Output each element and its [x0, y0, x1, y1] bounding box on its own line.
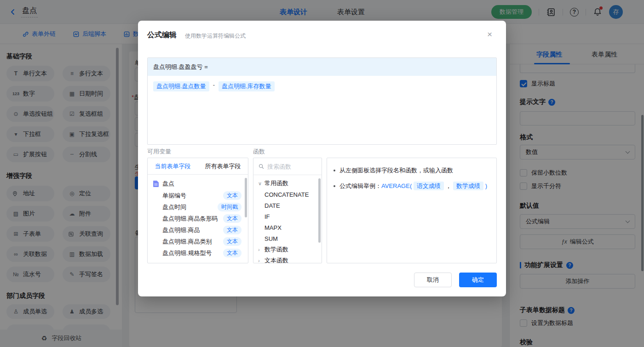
function-search[interactable]: [253, 158, 322, 175]
variable-row[interactable]: 盘点明细.商品文本: [148, 224, 248, 236]
type-badge: 文本: [223, 214, 242, 223]
search-icon: [258, 163, 264, 170]
tab-current-form-fields[interactable]: 当前表单字段: [148, 162, 198, 171]
variable-row[interactable]: 单据编号文本: [148, 190, 248, 201]
variable-row[interactable]: 盘点明细.规格型号文本: [148, 247, 248, 259]
hint-1-text: 从左侧面板选择字段名和函数，或输入函数: [339, 165, 453, 176]
formula-operator: -: [213, 81, 215, 88]
caret-right-icon: ›: [258, 247, 264, 252]
formula-hints-panel: 从左侧面板选择字段名和函数，或输入函数 公式编辑举例：AVERAGE( 语文成绩…: [327, 158, 497, 263]
function-item[interactable]: DATE: [253, 200, 322, 211]
function-group-text[interactable]: ›文本函数: [253, 255, 322, 263]
type-badge: 文本: [223, 249, 242, 257]
example-chip: 语文成绩: [414, 182, 444, 190]
tree-root-label: 盘点: [162, 180, 174, 188]
function-item[interactable]: SUM: [253, 233, 322, 244]
variables-section-label: 可用变量: [147, 148, 171, 156]
function-item[interactable]: MAPX: [253, 222, 322, 233]
formula-expression[interactable]: 盘点明细.盘点数量 - 盘点明细.库存数量: [148, 76, 496, 97]
caret-right-icon: ›: [258, 258, 264, 263]
formula-target: 盘点明细.盘盈盘亏 =: [153, 63, 208, 71]
confirm-button[interactable]: 确定: [459, 273, 497, 287]
function-group-common[interactable]: ∨常用函数: [253, 178, 322, 189]
type-badge: 文本: [223, 191, 242, 200]
type-badge: 文本: [223, 226, 242, 234]
cancel-button[interactable]: 取消: [414, 273, 452, 287]
function-item[interactable]: CONCATENATE: [253, 189, 322, 200]
type-badge: 文本: [223, 237, 242, 246]
function-search-input[interactable]: [267, 163, 313, 170]
type-badge: 时间戳: [218, 203, 242, 211]
app-root: 盘点 表单设计 表单设置 数据管理 ? 存 表单外链: [0, 0, 644, 347]
modal-subtitle: 使用数学运算符编辑公式: [185, 32, 246, 40]
functions-section-label: 函数: [253, 148, 265, 156]
hint-line-2: 公式编辑举例：AVERAGE( 语文成绩 ， 数学成绩 ): [334, 181, 490, 191]
document-icon: [153, 181, 159, 187]
variables-scrollbar[interactable]: [245, 178, 247, 217]
formula-editor[interactable]: 盘点明细.盘盈盘亏 = 盘点明细.盘点数量 - 盘点明细.库存数量: [147, 57, 497, 145]
functions-panel: ∨常用函数 CONCATENATE DATE IF MAPX SUM ›数学函数…: [253, 158, 322, 263]
close-icon[interactable]: ×: [487, 30, 492, 39]
hint-line-1: 从左侧面板选择字段名和函数，或输入函数: [334, 165, 490, 176]
variable-row[interactable]: 盘点时间时间戳: [148, 201, 248, 213]
formula-target-row: 盘点明细.盘盈盘亏 =: [148, 58, 496, 76]
formula-variable-chip[interactable]: 盘点明细.盘点数量: [153, 81, 209, 91]
hint-2-text: 公式编辑举例：AVERAGE( 语文成绩 ， 数学成绩 ): [339, 181, 487, 191]
tree-root-inventory[interactable]: 盘点: [148, 178, 248, 190]
formula-variable-chip[interactable]: 盘点明细.库存数量: [218, 81, 275, 91]
bullet-dot: [334, 185, 335, 187]
tab-all-form-fields[interactable]: 所有表单字段: [198, 162, 248, 171]
example-chip: 数学成绩: [453, 182, 483, 190]
modal-title: 公式编辑: [147, 30, 177, 40]
functions-scrollbar[interactable]: [318, 178, 321, 243]
variable-row[interactable]: 盘点明细.商品条形码文本: [148, 213, 248, 224]
function-group-math[interactable]: ›数学函数: [253, 244, 322, 255]
variable-row[interactable]: 盘点明细.商品类别文本: [148, 236, 248, 247]
formula-edit-modal: 公式编辑 使用数学运算符编辑公式 × 盘点明细.盘盈盘亏 = 盘点明细.盘点数量…: [138, 21, 506, 296]
variables-panel: 当前表单字段 所有表单字段 盘点 单据编号文本 盘点时间时间戳 盘点明细.商品条…: [147, 158, 248, 263]
caret-down-icon: ∨: [258, 181, 264, 187]
function-item[interactable]: IF: [253, 211, 322, 222]
bullet-dot: [334, 170, 335, 171]
